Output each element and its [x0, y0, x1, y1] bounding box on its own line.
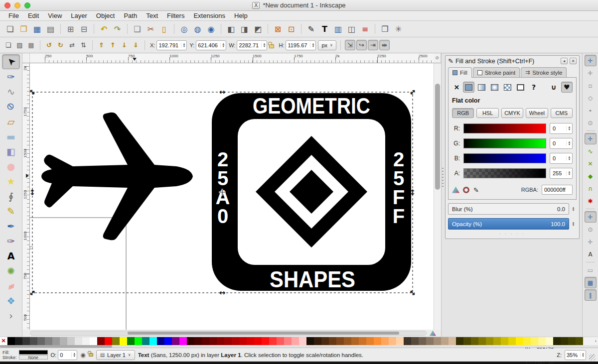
scale-handle-sw[interactable]: ↔: [30, 287, 38, 298]
palette-swatch[interactable]: [142, 337, 150, 345]
selector-tool[interactable]: ➤: [2, 54, 20, 69]
toolbox-overflow[interactable]: ›: [2, 308, 20, 323]
skew-handle-n[interactable]: ↔: [219, 88, 226, 97]
toggle-move-gradients[interactable]: ⇲: [345, 40, 355, 50]
palette-swatch[interactable]: [30, 337, 37, 345]
height-input[interactable]: [286, 41, 310, 49]
skew-handle-w[interactable]: ↔: [30, 189, 37, 196]
selection-opacity-input[interactable]: [58, 351, 71, 359]
color-tab-wheel[interactable]: Wheel: [526, 108, 548, 118]
lock-ratio-icon[interactable]: [269, 44, 274, 48]
palette-swatch[interactable]: [15, 337, 22, 345]
palette-swatch[interactable]: [262, 337, 269, 345]
zoom-spinner[interactable]: ▲▼: [580, 353, 586, 358]
unit-selector[interactable]: px∨: [318, 40, 336, 50]
menu-file[interactable]: File: [4, 12, 23, 19]
snap-smooth-nodes[interactable]: ∩: [585, 183, 597, 194]
opacity-status-spinner[interactable]: ▲▼: [71, 353, 77, 358]
vertical-ruler[interactable]: 2k1750150012501000750500: [22, 63, 30, 330]
bezier-tool[interactable]: ✒: [2, 219, 20, 234]
sign-shape[interactable]: GEOMETRIC SHAPES 25A0 25FF: [212, 93, 411, 292]
stroke-swatch[interactable]: None: [19, 355, 48, 360]
g-slider[interactable]: [463, 138, 546, 148]
minimize-window-button[interactable]: [14, 2, 20, 8]
snap-text-baseline[interactable]: A: [585, 248, 597, 260]
palette-swatch[interactable]: [112, 337, 120, 345]
menu-extensions[interactable]: Extensions: [189, 12, 230, 19]
fill-rule-evenodd-button[interactable]: ♥: [561, 82, 573, 93]
undo[interactable]: ↶: [98, 23, 110, 35]
y-spinner[interactable]: ▲▼: [220, 43, 226, 48]
deselect[interactable]: ▩: [26, 40, 36, 50]
palette-swatch[interactable]: [292, 337, 299, 345]
fill-swatch[interactable]: [19, 350, 48, 355]
eraser-tool[interactable]: ▰: [2, 278, 20, 293]
palette-swatch[interactable]: [321, 337, 329, 345]
toggle-move-corners[interactable]: ↪: [356, 40, 367, 50]
import-bitmap[interactable]: ⊞: [64, 23, 77, 35]
snap-object-centers[interactable]: ⊙: [585, 224, 597, 235]
paint-bucket-tool[interactable]: ❖: [2, 293, 20, 308]
snap-midpoints[interactable]: ✱: [585, 195, 597, 207]
palette-swatch[interactable]: [501, 337, 508, 345]
palette-swatch[interactable]: [45, 337, 52, 345]
raise-to-top[interactable]: ⇑: [96, 40, 107, 50]
open-document[interactable]: ❐: [17, 23, 30, 35]
palette-swatch[interactable]: [60, 337, 67, 345]
horizontal-scrollbar[interactable]: [30, 331, 427, 336]
width-input[interactable]: [237, 41, 261, 49]
palette-swatch[interactable]: [359, 337, 366, 345]
pencil-tool[interactable]: ✎: [2, 204, 20, 219]
snap-to-paths[interactable]: ∿: [585, 145, 597, 157]
fill-rule-nonzero-button[interactable]: ∪: [548, 82, 560, 93]
flip-horizontal[interactable]: ⇄: [67, 40, 77, 50]
b-value-spinner[interactable]: 0▲▼: [550, 153, 573, 164]
unlink-clone[interactable]: ◩: [252, 23, 264, 35]
fill-stroke-dialog[interactable]: ✎: [305, 23, 317, 35]
palette-swatch[interactable]: [277, 337, 284, 345]
palette-swatch[interactable]: [531, 337, 538, 345]
palette-swatch[interactable]: [7, 337, 15, 345]
color-tab-cmyk[interactable]: CMYK: [501, 108, 523, 118]
paste[interactable]: ▯: [158, 23, 170, 35]
menu-object[interactable]: Object: [92, 12, 120, 19]
text-tool[interactable]: A: [2, 248, 20, 263]
snap-path-intersections[interactable]: ✕: [585, 158, 597, 169]
xml-editor[interactable]: ◫: [345, 23, 358, 35]
palette-swatch[interactable]: [396, 337, 404, 345]
toggle-move-patterns[interactable]: ⇥: [368, 40, 378, 50]
palette-swatch[interactable]: [75, 337, 82, 345]
vertical-scrollbar-thumb[interactable]: [435, 84, 440, 190]
palette-swatch[interactable]: [157, 337, 164, 345]
menu-layer[interactable]: Layer: [66, 12, 92, 19]
palette-swatch[interactable]: [576, 337, 583, 345]
text-dialog[interactable]: T: [318, 23, 331, 35]
spiral-tool[interactable]: ∮: [2, 189, 20, 204]
layer-lock-icon[interactable]: [89, 353, 93, 357]
palette-swatch[interactable]: [164, 337, 172, 345]
color-tab-rgb[interactable]: RGB: [452, 108, 474, 118]
menu-path[interactable]: Path: [119, 12, 142, 19]
palette-swatch[interactable]: [351, 337, 359, 345]
color-tab-cms[interactable]: CMS: [551, 108, 573, 118]
create-clone[interactable]: ◨: [238, 23, 251, 35]
palette-swatch[interactable]: [67, 337, 75, 345]
snap-cusp-nodes[interactable]: ◆: [585, 170, 597, 182]
flat-color-button[interactable]: [463, 82, 474, 93]
palette-swatch[interactable]: [202, 337, 209, 345]
palette-swatch[interactable]: [127, 337, 135, 345]
x-spinner[interactable]: ▲▼: [181, 43, 186, 48]
document-properties[interactable]: ❒: [379, 23, 391, 35]
palette-swatch[interactable]: [463, 337, 471, 345]
palette-swatch[interactable]: [329, 337, 336, 345]
r-value-spinner[interactable]: 0▲▼: [550, 123, 573, 134]
palette-swatch[interactable]: [90, 337, 97, 345]
palette-swatch[interactable]: [546, 337, 553, 345]
measure-tool[interactable]: ▱: [2, 114, 20, 129]
palette-swatch[interactable]: [448, 337, 456, 345]
palette-swatch[interactable]: [374, 337, 381, 345]
palette-swatch[interactable]: [523, 337, 531, 345]
opacity-spinner[interactable]: ▲▼: [570, 222, 577, 227]
copy[interactable]: ❑: [131, 23, 144, 35]
zoom-selection[interactable]: ◎: [178, 23, 190, 35]
